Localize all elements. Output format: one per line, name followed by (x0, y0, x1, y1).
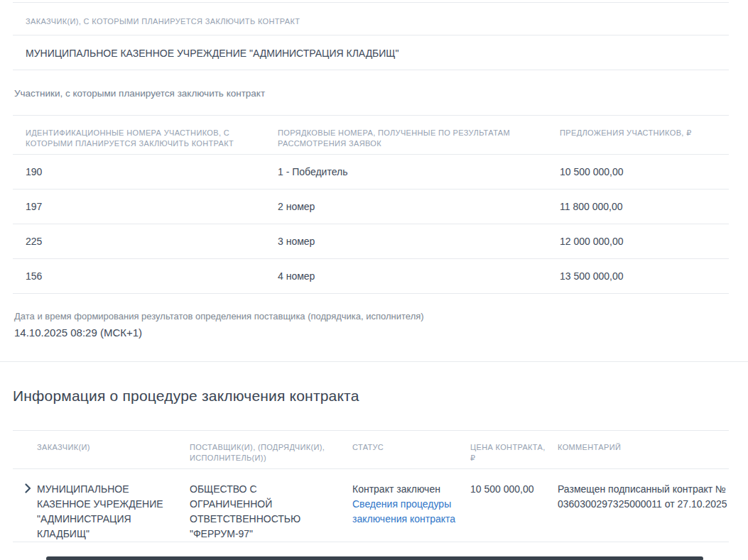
participant-offer: 13 500 000,00 (560, 270, 748, 293)
participant-rank: 3 номер (278, 236, 560, 258)
expand-row-chevron-icon[interactable] (24, 483, 31, 498)
contract-status: Контракт заключен (352, 482, 459, 497)
table-row: МУНИЦИПАЛЬНОЕ КАЗЕННОЕ УЧРЕЖДЕНИЕ "АДМИН… (0, 469, 748, 542)
column-header-comment: КОММЕНТАРИЙ (558, 442, 748, 468)
participant-id: 197 (0, 201, 278, 224)
contract-table-header: ЗАКАЗЧИК(И) ПОСТАВЩИК(И), (ПОДРЯДЧИК(И),… (0, 431, 748, 468)
result-datetime-block: Дата и время формирования результатов оп… (0, 294, 748, 361)
column-header-status: СТАТУС (352, 442, 470, 468)
participants-table-header: ИДЕНТИФИКАЦИОННЫЕ НОМЕРА УЧАСТНИКОВ, С К… (0, 116, 748, 154)
column-header-participant-ids: ИДЕНТИФИКАЦИОННЫЕ НОМЕРА УЧАСТНИКОВ, С К… (0, 128, 278, 154)
participant-offer: 12 000 000,00 (560, 236, 748, 258)
contract-customer: МУНИЦИПАЛЬНОЕ КАЗЕННОЕ УЧРЕЖДЕНИЕ "АДМИН… (37, 482, 190, 542)
participant-id: 190 (0, 166, 278, 189)
participant-rank: 2 номер (278, 201, 560, 224)
column-header-supplier: ПОСТАВЩИК(И), (ПОДРЯДЧИК(И), ИСПОЛНИТЕЛЬ… (190, 442, 352, 468)
horizontal-scrollbar-thumb[interactable] (46, 556, 703, 560)
participant-id: 225 (0, 236, 278, 258)
table-row: 156 4 номер 13 500 000,00 (0, 259, 748, 293)
column-header-price: ЦЕНА КОНТРАКТА, ₽ (470, 442, 558, 468)
page-title: Информация о процедуре заключения контра… (13, 388, 748, 405)
column-header-ranks: ПОРЯДКОВЫЕ НОМЕРА, ПОЛУЧЕННЫЕ ПО РЕЗУЛЬТ… (278, 128, 560, 154)
contract-comment: Размещен подписанный контракт № 03603002… (558, 482, 748, 542)
bottom-area (0, 542, 748, 560)
result-datetime-value: 14.10.2025 08:29 (МСК+1) (14, 326, 748, 339)
contract-results-page: ЗАКАЗЧИК(И), С КОТОРЫМИ ПЛАНИРУЕТСЯ ЗАКЛ… (0, 0, 748, 560)
planned-customer-label: ЗАКАЗЧИК(И), С КОТОРЫМИ ПЛАНИРУЕТСЯ ЗАКЛ… (0, 3, 729, 35)
participant-rank: 4 номер (278, 270, 560, 293)
table-row: 225 3 номер 12 000 000,00 (0, 224, 748, 258)
contract-status-cell: Контракт заключен Сведения процедуры зак… (352, 482, 470, 542)
participants-subtitle: Участники, с которыми планируется заключ… (0, 70, 729, 115)
column-header-customer: ЗАКАЗЧИК(И) (37, 442, 190, 468)
procedure-details-link[interactable]: Сведения процедуры заключения контракта (352, 497, 459, 527)
table-row: 197 2 номер 11 800 000,00 (0, 190, 748, 224)
participant-id: 156 (0, 270, 278, 293)
table-row: 190 1 - Победитель 10 500 000,00 (0, 155, 748, 189)
result-datetime-label: Дата и время формирования результатов оп… (14, 311, 748, 322)
contract-supplier: ОБЩЕСТВО С ОГРАНИЧЕННОЙ ОТВЕТСТВЕННОСТЬЮ… (190, 482, 352, 542)
participant-offer: 11 800 000,00 (560, 201, 748, 224)
planned-customer-value: МУНИЦИПАЛЬНОЕ КАЗЕННОЕ УЧРЕЖДЕНИЕ "АДМИН… (0, 35, 729, 70)
column-header-offers: ПРЕДЛОЖЕНИЯ УЧАСТНИКОВ, ₽ (560, 128, 748, 154)
participant-rank: 1 - Победитель (278, 166, 560, 189)
contract-price: 10 500 000,00 (470, 482, 558, 542)
participant-offer: 10 500 000,00 (560, 166, 748, 189)
